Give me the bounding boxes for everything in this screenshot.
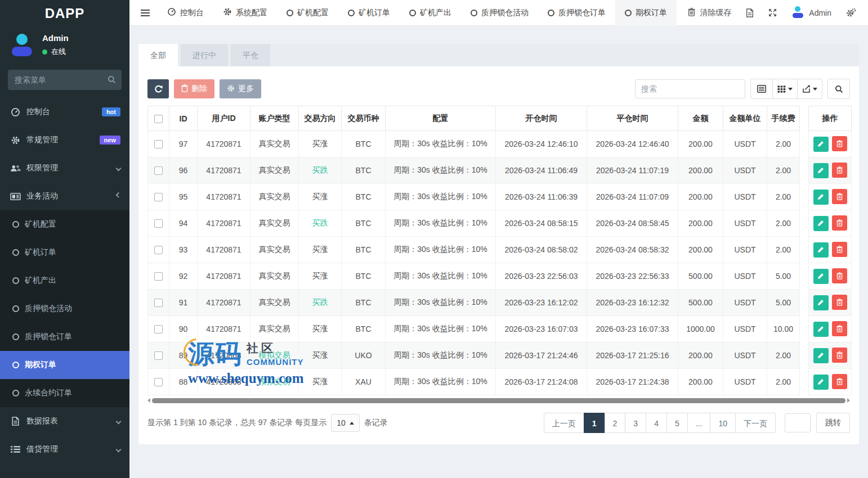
edit-button[interactable] [813, 348, 829, 363]
header-direction[interactable]: 交易方向 [299, 106, 342, 131]
cell-unit: USDT [723, 263, 767, 290]
row-checkbox[interactable] [154, 140, 163, 148]
log-file-icon[interactable] [739, 0, 761, 26]
row-checkbox[interactable] [154, 351, 163, 360]
topnav-item-miner-orders[interactable]: 矿机订单 [338, 0, 400, 26]
page-button[interactable]: 4 [646, 413, 667, 433]
delete-button[interactable] [832, 163, 847, 178]
topnav-item-miner-config[interactable]: 矿机配置 [277, 0, 338, 26]
user-menu[interactable]: Admin [784, 0, 839, 26]
tab-all[interactable]: 全部 [138, 44, 178, 66]
delete-button[interactable] [832, 215, 847, 231]
delete-selected-button[interactable]: 删除 [174, 79, 214, 98]
topnav-item-option-orders[interactable]: 期权订单 [615, 0, 677, 26]
hamburger-icon[interactable] [133, 10, 158, 16]
header-fee[interactable]: 手续费 [767, 106, 800, 131]
sidebar-item-miner-config[interactable]: 矿机配置 [0, 210, 129, 238]
refresh-button[interactable] [147, 79, 169, 98]
delete-button[interactable] [832, 268, 847, 283]
page-button[interactable]: 1 [584, 413, 605, 433]
page-button[interactable]: 3 [625, 413, 646, 433]
clear-cache-button[interactable]: 清除缓存 [681, 0, 739, 26]
row-checkbox[interactable] [154, 325, 163, 333]
header-user-id[interactable]: 用户ID [198, 106, 250, 131]
header-config[interactable]: 配置 [386, 106, 496, 131]
sidebar-search-input[interactable] [8, 70, 122, 90]
sidebar-item-reports[interactable]: 数据报表 [0, 407, 129, 435]
delete-button[interactable] [832, 348, 847, 363]
search-icon[interactable] [108, 75, 116, 85]
topnav-item-stake-orders[interactable]: 质押锁仓订单 [538, 0, 615, 26]
page-button[interactable]: 上一页 [544, 413, 584, 433]
topnav-item-dashboard[interactable]: 控制台 [158, 0, 213, 26]
edit-button[interactable] [813, 269, 829, 284]
brand-logo[interactable]: DAPP [0, 0, 129, 27]
sidebar-item-lending[interactable]: 借贷管理 [0, 435, 129, 463]
scroll-right-arrow[interactable] [847, 398, 850, 403]
settings-gears-icon[interactable] [839, 0, 863, 26]
edit-button[interactable] [813, 163, 829, 178]
jump-button[interactable]: 跳转 [816, 413, 850, 433]
export-button[interactable] [797, 79, 822, 99]
header-amount-unit[interactable]: 金额单位 [723, 106, 767, 131]
table-search-input[interactable] [635, 79, 745, 98]
tab-in-progress[interactable]: 进行中 [181, 44, 228, 66]
row-checkbox[interactable] [154, 166, 163, 175]
select-all-checkbox[interactable] [154, 115, 163, 123]
fullscreen-icon[interactable] [761, 0, 784, 26]
delete-button[interactable] [832, 321, 847, 336]
row-checkbox[interactable] [154, 219, 163, 228]
header-account-type[interactable]: 账户类型 [250, 106, 299, 131]
row-checkbox[interactable] [154, 246, 163, 254]
content: 全部 进行中 平仓 删除 更多 [129, 26, 868, 478]
row-checkbox[interactable] [154, 299, 163, 307]
avatar-body [12, 47, 32, 56]
edit-button[interactable] [813, 137, 829, 152]
topnav-item-stake-activity[interactable]: 质押锁仓活动 [461, 0, 538, 26]
sidebar-item-stake-orders[interactable]: 质押锁仓订单 [0, 323, 129, 351]
page-size-select[interactable]: 10 [331, 414, 360, 432]
sidebar-item-general[interactable]: 常规管理 new [0, 126, 129, 154]
search-button[interactable] [827, 79, 850, 99]
delete-button[interactable] [832, 189, 847, 204]
tab-closed[interactable]: 平仓 [231, 44, 270, 66]
header-amount[interactable]: 金额 [678, 106, 723, 131]
edit-button[interactable] [813, 322, 829, 337]
sidebar-item-business[interactable]: 业务活动 [0, 182, 129, 210]
sidebar-item-permissions[interactable]: 权限管理 [0, 154, 129, 182]
page-button[interactable]: 2 [605, 413, 626, 433]
delete-button[interactable] [832, 295, 847, 310]
delete-button[interactable] [832, 136, 847, 151]
edit-button[interactable] [813, 190, 829, 205]
sidebar-item-miner-orders[interactable]: 矿机订单 [0, 238, 129, 267]
page-button[interactable]: 下一页 [735, 413, 776, 433]
delete-button[interactable] [832, 374, 847, 389]
header-close-time[interactable]: 平仓时间 [587, 106, 678, 131]
topnav-item-system-config[interactable]: 系统配置 [213, 0, 277, 26]
page-button[interactable]: 10 [710, 413, 736, 433]
delete-button[interactable] [832, 242, 847, 257]
jump-page-input[interactable] [785, 413, 811, 432]
sidebar-item-dashboard[interactable]: 控制台 hot [0, 98, 129, 126]
header-coin[interactable]: 交易币种 [342, 106, 386, 131]
page-button[interactable]: 5 [666, 413, 688, 433]
sidebar-item-miner-output[interactable]: 矿机产出 [0, 267, 129, 295]
edit-button[interactable] [813, 295, 829, 310]
header-open-time[interactable]: 开仓时间 [496, 106, 587, 131]
card-view-button[interactable] [750, 79, 773, 99]
header-id[interactable]: ID [169, 106, 198, 131]
sidebar-item-option-orders[interactable]: 期权订单 [0, 351, 129, 379]
columns-button[interactable] [772, 79, 798, 99]
edit-button[interactable] [813, 242, 829, 258]
row-checkbox[interactable] [154, 272, 163, 281]
edit-button[interactable] [813, 216, 829, 231]
scroll-left-arrow[interactable] [147, 398, 150, 403]
more-button[interactable]: 更多 [220, 79, 261, 98]
row-checkbox[interactable] [154, 193, 163, 201]
topnav-item-miner-output[interactable]: 矿机产出 [400, 0, 461, 26]
scrollbar-thumb[interactable] [152, 398, 845, 403]
row-checkbox[interactable] [154, 378, 163, 386]
sidebar-item-perpetual-orders[interactable]: 永续合约订单 [0, 379, 129, 407]
edit-button[interactable] [813, 375, 829, 390]
sidebar-item-stake-activity[interactable]: 质押锁仓活动 [0, 295, 129, 323]
